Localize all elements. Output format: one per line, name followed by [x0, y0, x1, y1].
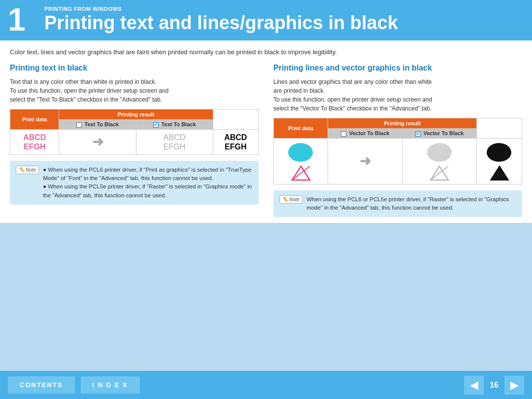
abcd-gray-text: ABCDEFGH	[139, 133, 210, 151]
right-note-box: ✏️ Note When using the PCL6 or PCL5e pri…	[273, 190, 522, 218]
right-table-no-black-cell	[402, 138, 477, 184]
next-page-button[interactable]: ▶	[504, 376, 524, 395]
left-section-desc: Text that is any color other than white …	[10, 77, 259, 104]
right-print-table: Print data Printing result Vector To Bla…	[273, 118, 522, 184]
svg-point-3	[427, 143, 452, 162]
prev-page-button[interactable]: ◀	[464, 376, 484, 395]
abcd-black-text: ABCDEFGH	[216, 133, 255, 151]
right-section-title: Printing lines and vector graphics in bl…	[273, 64, 522, 73]
footer-nav: ◀ 16 ▶	[464, 376, 524, 395]
right-pencil-icon: ✏️	[282, 197, 288, 202]
main-content: Color text, lines and vector graphics th…	[0, 40, 532, 223]
intro-text: Color text, lines and vector graphics th…	[10, 48, 522, 56]
left-table-print-data-cell: ABCDEFGH	[10, 129, 59, 154]
arrow-cell: ➜	[59, 129, 136, 154]
two-columns: Printing text in black Text that is any …	[10, 64, 522, 217]
header-subtitle: PRINTING FROM WINDOWS	[44, 6, 398, 12]
page-number: 16	[490, 381, 499, 390]
left-section-title: Printing text in black	[10, 64, 259, 73]
gray-ellipse-svg	[426, 142, 453, 164]
gray-triangle-svg	[430, 165, 449, 181]
black-shapes	[480, 142, 519, 181]
page-header: 1 PRINTING FROM WINDOWS Printing text an…	[0, 0, 532, 40]
svg-line-5	[431, 166, 448, 180]
left-table-col1-header: Print data	[10, 109, 59, 130]
right-checkbox-unchecked-icon	[341, 131, 346, 137]
left-note-box: ✏️ Note ● When using the PCL6 printer dr…	[10, 161, 259, 205]
header-text: PRINTING FROM WINDOWS Printing text and …	[44, 6, 398, 34]
pencil-icon: ✏️	[19, 167, 25, 173]
left-table-black-cell: ABCDEFGH	[213, 129, 258, 154]
gray-shapes	[405, 142, 473, 181]
abcd-pink-text: ABCDEFGH	[13, 133, 56, 151]
svg-line-2	[292, 166, 310, 180]
next-arrow-icon: ▶	[510, 379, 519, 392]
right-section-desc: Lines and vector graphics that are any c…	[273, 77, 522, 113]
left-note-badge: ✏️ Note	[16, 166, 39, 174]
left-table-col2-header: Text To Black	[59, 120, 136, 130]
right-table-result-header: Printing result	[328, 118, 477, 129]
svg-marker-7	[491, 166, 508, 180]
checkbox-checked-icon	[153, 122, 159, 128]
left-note-text: ● When using the PCL6 printer driver, if…	[43, 166, 253, 200]
black-ellipse-svg	[486, 142, 513, 164]
left-table-no-black-cell: ABCDEFGH	[136, 129, 213, 154]
right-table-print-data-cell	[274, 138, 328, 184]
footer: CONTENTS I N D E X ◀ 16 ▶	[0, 371, 532, 399]
header-title: Printing text and lines/graphics in blac…	[44, 13, 398, 34]
pink-triangle-svg	[291, 165, 311, 181]
right-note-badge: ✏️ Note	[279, 195, 302, 204]
left-column: Printing text in black Text that is any …	[10, 64, 259, 217]
svg-point-0	[288, 143, 313, 162]
left-table-col3-header: Text To Black	[136, 120, 213, 130]
right-note-text: When using the PCL6 or PCL5e printer dri…	[306, 195, 516, 213]
cyan-ellipse-svg	[287, 142, 314, 164]
left-print-table: Print data Printing result Text To Black…	[10, 109, 259, 155]
checkbox-unchecked-icon	[76, 122, 82, 128]
right-table-col3-header: Vector To Black	[402, 129, 477, 139]
right-table-col2-header: Vector To Black	[328, 129, 402, 139]
chapter-number: 1	[8, 4, 37, 36]
index-button[interactable]: I N D E X	[81, 376, 140, 394]
prev-arrow-icon: ◀	[470, 379, 478, 392]
right-column: Printing lines and vector graphics in bl…	[273, 64, 522, 217]
right-table-black-cell	[477, 138, 522, 184]
contents-button[interactable]: CONTENTS	[8, 376, 75, 394]
right-checkbox-checked-icon	[415, 131, 421, 137]
black-triangle-svg	[490, 165, 509, 181]
colored-shapes	[277, 142, 325, 181]
svg-point-6	[487, 143, 511, 162]
right-table-col1-header: Print data	[274, 118, 328, 139]
left-table-result-header: Printing result	[59, 109, 213, 120]
right-arrow-cell: ➜	[328, 138, 402, 184]
